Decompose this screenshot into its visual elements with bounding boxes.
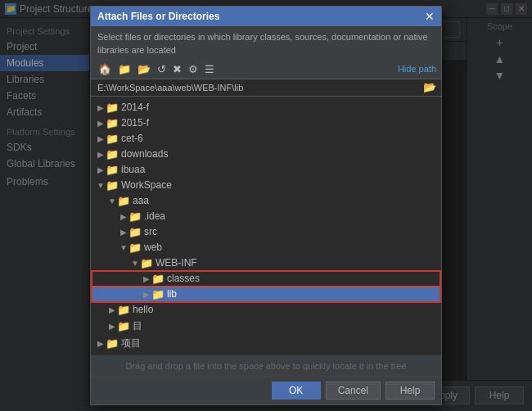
tree-label-idea: .idea	[144, 210, 165, 222]
tree-item-idea[interactable]: ▶ 📁 .idea	[91, 209, 441, 224]
tree-arrow-lib: ▶	[142, 290, 151, 299]
tree-label-ibuaa: ibuaa	[121, 164, 145, 175]
dialog-refresh-button[interactable]: ↺	[155, 61, 169, 77]
tree-item-ibuaa[interactable]: ▶ 📁 ibuaa	[91, 162, 441, 178]
tree-folder-icon-2014-f: 📁	[106, 102, 119, 114]
tree-folder-icon-idea: 📁	[128, 210, 142, 223]
tree-arrow-idea: ▶	[119, 212, 128, 221]
tree-folder-icon-ibuaa: 📁	[106, 164, 119, 176]
tree-label-src: src	[144, 226, 157, 237]
tree-label-unknown1: 目	[133, 319, 142, 333]
tree-item-cet-6[interactable]: ▶ 📁 cet-6	[91, 131, 441, 147]
tree-label-unknown2: 项目	[121, 336, 141, 350]
tree-folder-icon-cet-6: 📁	[106, 133, 119, 145]
tree-folder-icon-web: 📁	[128, 242, 142, 254]
tree-label-downloads: downloads	[121, 148, 168, 160]
tree-arrow-src: ▶	[119, 228, 128, 237]
tree-folder-icon-WorkSpace: 📁	[106, 179, 119, 192]
tree-arrow-unknown1: ▶	[107, 322, 117, 331]
tree-item-src[interactable]: ▶ 📁 src	[91, 224, 441, 240]
tree-label-classes: classes	[167, 273, 200, 284]
tree-arrow-WEB-INF: ▼	[130, 259, 140, 268]
tree-item-web[interactable]: ▼ 📁 web	[91, 240, 441, 255]
dialog-delete-button[interactable]: ✖	[170, 61, 184, 77]
tree-folder-icon-unknown1: 📁	[117, 320, 130, 332]
dialog-bottom: OK Cancel Help	[91, 376, 441, 404]
tree-item-WEB-INF[interactable]: ▼ 📁 WEB-INF	[91, 255, 441, 271]
tree-item-downloads[interactable]: ▶ 📁 downloads	[91, 147, 441, 162]
tree-folder-icon-2015-f: 📁	[106, 117, 119, 129]
tree-label-WorkSpace: WorkSpace	[121, 179, 172, 191]
tree-item-aaa[interactable]: ▼ 📁 aaa	[91, 193, 441, 209]
drag-drop-hint: Drag and drop a file into the space abov…	[91, 355, 441, 376]
tree-label-aaa: aaa	[133, 195, 149, 206]
tree-arrow-WorkSpace: ▼	[96, 181, 106, 190]
dialog-title-bar: Attach Files or Directories ✕	[91, 7, 441, 26]
tree-folder-icon-unknown2: 📁	[106, 337, 119, 350]
tree-folder-icon-downloads: 📁	[106, 148, 119, 160]
tree-arrow-classes: ▶	[142, 274, 151, 283]
tree-item-unknown1[interactable]: ▶ 📁 目	[91, 318, 441, 335]
dialog-home-button[interactable]: 🏠	[96, 61, 114, 77]
dialog-title: Attach Files or Directories	[97, 11, 219, 22]
dialog-close-button[interactable]: ✕	[425, 11, 435, 22]
tree-arrow-ibuaa: ▶	[96, 165, 106, 174]
dialog-settings-button[interactable]: ⚙	[186, 61, 201, 77]
dialog-ok-button[interactable]: OK	[272, 382, 321, 400]
file-tree[interactable]: ▶ 📁 2014-f ▶ 📁 2015-f ▶ 📁 cet-6 ▶ 📁 down…	[91, 97, 441, 355]
attach-files-dialog: Attach Files or Directories ✕ Select fil…	[90, 6, 442, 405]
dialog-toolbar: 🏠 📁 📂 ↺ ✖ ⚙ ☰ Hide path	[91, 60, 441, 79]
tree-arrow-cet-6: ▶	[96, 134, 106, 143]
tree-folder-icon-aaa: 📁	[117, 195, 130, 207]
tree-label-web: web	[144, 242, 162, 253]
tree-arrow-downloads: ▶	[96, 150, 106, 159]
tree-label-2014-f: 2014-f	[121, 102, 149, 113]
tree-item-2014-f[interactable]: ▶ 📁 2014-f	[91, 100, 441, 115]
tree-item-2015-f[interactable]: ▶ 📁 2015-f	[91, 115, 441, 131]
tree-folder-icon-lib: 📁	[151, 288, 165, 300]
dialog-folder-button[interactable]: 📁	[115, 61, 133, 77]
tree-arrow-2014-f: ▶	[96, 103, 106, 112]
tree-label-cet-6: cet-6	[121, 133, 143, 144]
tree-arrow-unknown2: ▶	[96, 339, 106, 348]
tree-arrow-2015-f: ▶	[96, 119, 106, 128]
tree-label-2015-f: 2015-f	[121, 117, 149, 129]
tree-item-hello[interactable]: ▶ 📁 hello	[91, 302, 441, 318]
dialog-cancel-button[interactable]: Cancel	[326, 382, 381, 400]
tree-arrow-web: ▼	[119, 243, 128, 252]
tree-folder-icon-hello: 📁	[117, 304, 130, 316]
tree-folder-icon-src: 📁	[128, 226, 142, 238]
tree-folder-icon-WEB-INF: 📁	[140, 257, 153, 269]
tree-folder-icon-classes: 📁	[151, 273, 165, 285]
tree-label-lib: lib	[167, 288, 177, 300]
dialog-list-button[interactable]: ☰	[202, 61, 217, 77]
tree-label-hello: hello	[133, 304, 153, 315]
path-row: 📂	[91, 79, 441, 97]
dialog-help-button[interactable]: Help	[385, 382, 435, 400]
tree-item-classes[interactable]: ▶ 📁 classes	[91, 271, 441, 287]
tree-item-lib[interactable]: ▶ 📁 lib	[91, 287, 441, 302]
dialog-description: Select files or directories in which lib…	[91, 26, 441, 60]
tree-arrow-hello: ▶	[107, 305, 117, 314]
tree-item-unknown2[interactable]: ▶ 📁 项目	[91, 335, 441, 352]
tree-item-WorkSpace[interactable]: ▼ 📁 WorkSpace	[91, 178, 441, 193]
hide-path-button[interactable]: Hide path	[398, 64, 436, 74]
path-input[interactable]	[96, 81, 423, 94]
tree-label-WEB-INF: WEB-INF	[156, 257, 197, 269]
dialog-overlay: Attach Files or Directories ✕ Select fil…	[0, 0, 532, 411]
dialog-new-folder-button[interactable]: 📂	[135, 61, 153, 77]
tree-arrow-aaa: ▼	[107, 196, 117, 206]
path-browse-button[interactable]: 📂	[423, 81, 436, 93]
